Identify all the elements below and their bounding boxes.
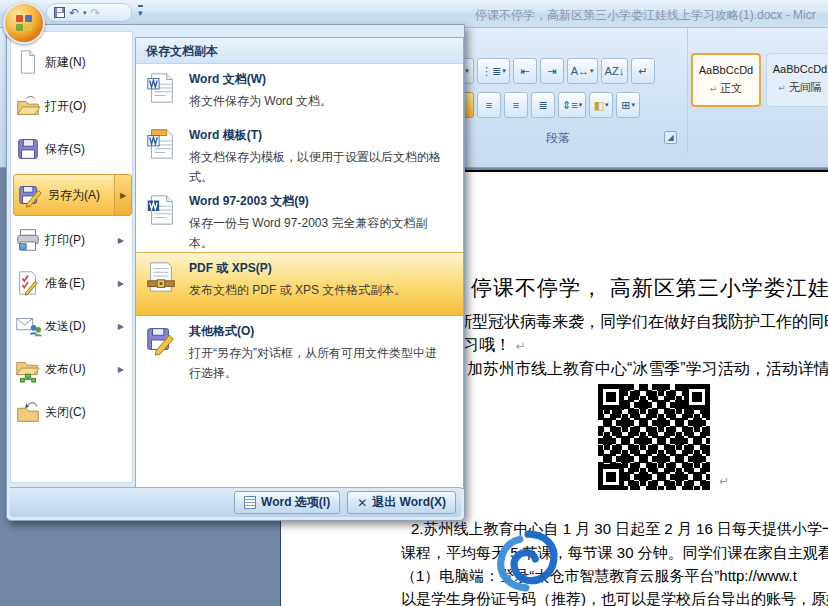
close-folder-icon: [11, 398, 45, 426]
window-title: 停课不停学，高新区第三小学娄江娃线上学习攻略(1).docx - Micr: [475, 7, 816, 24]
pilcrow-icon: ↵: [778, 83, 786, 93]
show-hide-marks-button[interactable]: ↵: [631, 58, 655, 84]
exit-word-button[interactable]: ✕ 退出 Word(X): [347, 491, 456, 514]
doc-line: （1）电脑端：登录“太仓市智慧教育云服务平台”http://www.t: [401, 567, 797, 586]
doc-line: 课程，平均每天 5 节课，每节课 30 分钟。同学们课在家自主观看。登: [401, 544, 828, 563]
office-logo-icon: [16, 15, 32, 31]
prepare-icon: [11, 269, 45, 297]
close-x-icon: ✕: [357, 496, 367, 510]
office-menu-left-column: 新建(N) 打开(O) 保存(S) 另存为(A) ▶ 打印(P): [10, 31, 133, 483]
chevron-down-icon[interactable]: ▾: [502, 67, 506, 75]
submenu-arrow-icon: ▶: [118, 322, 124, 331]
align-right-button[interactable]: ≡: [504, 92, 528, 118]
increase-indent-button[interactable]: ⇥: [540, 58, 564, 84]
paragraph-group: ≣▾ ⋮≣▾ ⇤ ⇥ A↔▾ AZ↓ ↵ ≡ ≡ ≡ ≣ ⇕≡▾ ◧▾ ⊞▾ 段…: [444, 28, 688, 154]
chevron-down-icon[interactable]: ▾: [465, 67, 469, 75]
menu-item-new[interactable]: 新建(N): [11, 42, 132, 82]
doc-line: 2.苏州线上教育中心自 1 月 30 日起至 2 月 16 日每天提供小学一至: [411, 520, 828, 539]
customize-qat-icon[interactable]: ▾: [138, 5, 143, 18]
save-icon[interactable]: [54, 7, 65, 18]
submenu-item-word-template[interactable]: Word 模板(T) 将文档保存为模板，以便用于设置以后文档的格式。: [136, 120, 463, 186]
office-menu-footer: Word 选项(I) ✕ 退出 Word(X): [10, 487, 461, 517]
chevron-down-icon[interactable]: ▾: [579, 101, 583, 109]
word-template-icon: [144, 127, 180, 186]
line-spacing-button[interactable]: ⇕≡▾: [558, 92, 586, 118]
shading-button[interactable]: ◧▾: [589, 92, 613, 118]
qr-finder-icon: [598, 464, 624, 490]
submenu-arrow-icon: ▶: [114, 175, 131, 215]
decrease-indent-button[interactable]: ⇤: [513, 58, 537, 84]
send-icon: [11, 312, 45, 340]
doc-line: 习哦！: [463, 336, 511, 353]
qr-finder-icon: [598, 384, 624, 410]
open-folder-icon: [11, 92, 45, 120]
paragraph-dialog-launcher[interactable]: ◢: [664, 131, 677, 144]
style-name: 无间隔: [789, 81, 822, 93]
submenu-item-word-document[interactable]: Word 文档(W) 将文件保存为 Word 文档。: [136, 64, 463, 120]
chevron-down-icon[interactable]: ▾: [590, 67, 594, 75]
redo-icon[interactable]: ↷: [91, 7, 101, 19]
style-name: 正文: [720, 82, 742, 94]
submenu-arrow-icon: ▶: [118, 236, 124, 245]
blue-swirl-watermark-icon: [494, 528, 560, 594]
style-sample: AaBbCcDd: [767, 63, 828, 75]
submenu-item-word-97-2003[interactable]: Word 97-2003 文档(9) 保存一份与 Word 97-2003 完全…: [136, 186, 463, 252]
align-center-button[interactable]: ≡: [477, 92, 501, 118]
asian-layout-button[interactable]: A↔▾: [567, 58, 598, 84]
office-menu: 新建(N) 打开(O) 保存(S) 另存为(A) ▶ 打印(P): [6, 24, 465, 521]
doc-line: 以是学生身份证号码（推荐)，也可以是学校后台导出的账号，原始密码: [401, 590, 828, 606]
pilcrow-icon: ↵: [710, 84, 718, 94]
undo-icon[interactable]: ↶: [69, 7, 79, 19]
style-sample: AaBbCcDd: [693, 64, 759, 76]
print-icon: [11, 226, 45, 254]
undo-caret-icon[interactable]: ▾: [83, 9, 87, 16]
multilevel-list-button[interactable]: ⋮≣▾: [477, 58, 510, 84]
submenu-arrow-icon: ▶: [118, 279, 124, 288]
submenu-header: 保存文档副本: [136, 38, 463, 64]
quick-access-toolbar[interactable]: ↶ ▾ ↷: [46, 3, 132, 22]
new-document-icon: [11, 48, 45, 76]
word-document-icon: [144, 71, 180, 120]
doc-line: 加苏州市线上教育中心“冰雪季”学习活动，活动详情扫描二: [467, 359, 828, 380]
doc-title-line: 停课不停学， 高新区第三小学娄江娃线上学习攻略: [471, 274, 828, 302]
options-icon: [244, 496, 256, 509]
paragraph-mark-icon: ↵: [515, 339, 525, 353]
justify-button[interactable]: ≣: [531, 92, 555, 118]
menu-item-save[interactable]: 保存(S): [11, 129, 132, 169]
submenu-item-pdf-xps[interactable]: PDF 或 XPS(P) 发布文档的 PDF 或 XPS 文件格式副本。: [136, 252, 463, 316]
word-options-button[interactable]: Word 选项(I): [234, 491, 340, 514]
qr-code-image: [598, 384, 710, 490]
save-icon: [11, 135, 45, 163]
other-formats-icon: [144, 323, 180, 384]
publish-icon: [11, 355, 45, 383]
paragraph-group-label: 段落: [444, 130, 672, 147]
submenu-arrow-icon: ▶: [118, 365, 124, 374]
chevron-down-icon[interactable]: ▾: [605, 101, 609, 109]
menu-item-prepare[interactable]: 准备(E) ▶: [11, 263, 132, 303]
menu-item-open[interactable]: 打开(O): [11, 86, 132, 126]
style-no-spacing[interactable]: AaBbCcDd ↵ 无间隔: [766, 53, 828, 107]
submenu-item-other-formats[interactable]: 其他格式(O) 打开“另存为”对话框，从所有可用文件类型中进行选择。: [136, 316, 463, 384]
doc-line: 新型冠状病毒来袭，同学们在做好自我防护工作的同时，可以: [456, 312, 828, 333]
chevron-down-icon[interactable]: ▾: [632, 101, 636, 109]
style-normal[interactable]: AaBbCcDd ↵ 正文: [691, 53, 761, 107]
sort-button[interactable]: AZ↓: [601, 58, 629, 84]
menu-item-close[interactable]: 关闭(C): [11, 392, 132, 432]
save-as-submenu: 保存文档副本 Word 文档(W) 将文件保存为 Word 文档。 Word 模…: [135, 37, 464, 489]
office-button[interactable]: [3, 2, 45, 44]
menu-item-send[interactable]: 发送(D) ▶: [11, 306, 132, 346]
word-97-2003-icon: [144, 193, 180, 252]
paragraph-mark-icon: ↵: [719, 474, 729, 488]
menu-item-publish[interactable]: 发布(U) ▶: [11, 349, 132, 389]
menu-item-print[interactable]: 打印(P) ▶: [11, 220, 132, 260]
menu-item-save-as[interactable]: 另存为(A) ▶: [13, 174, 132, 216]
styles-group: AaBbCcDd ↵ 正文 AaBbCcDd ↵ 无间隔: [688, 28, 828, 154]
qr-finder-icon: [684, 384, 710, 410]
pdf-xps-icon: [144, 260, 180, 315]
borders-button[interactable]: ⊞▾: [616, 92, 640, 118]
save-as-icon: [14, 181, 48, 209]
